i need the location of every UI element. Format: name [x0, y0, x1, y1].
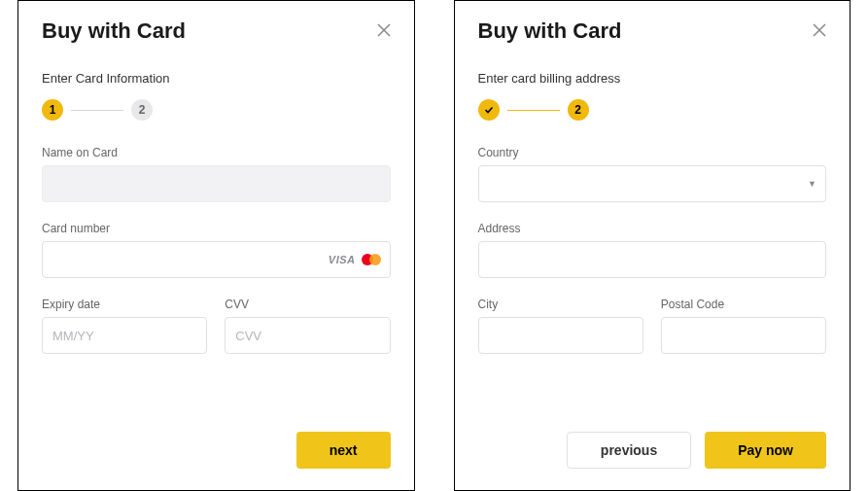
close-icon[interactable] [377, 23, 391, 40]
progress-stepper: 1 2 [42, 99, 391, 121]
cvv-input[interactable] [225, 317, 390, 354]
expiry-field: Expiry date [42, 298, 207, 354]
footer-actions: next [42, 432, 391, 469]
pay-now-button[interactable]: Pay now [705, 432, 826, 469]
postal-label: Postal Code [661, 298, 826, 311]
section-subtitle: Enter card billing address [478, 71, 827, 86]
panel-header: Buy with Card [42, 18, 391, 44]
card-brand-icons: VISA [329, 254, 381, 265]
city-label: City [478, 298, 643, 311]
name-field: Name on Card [42, 146, 391, 202]
address-input[interactable] [478, 241, 827, 278]
cvv-field: CVV [225, 298, 390, 354]
panel-header: Buy with Card [478, 18, 827, 44]
previous-button[interactable]: previous [567, 432, 691, 469]
step-2-indicator: 2 [568, 99, 589, 121]
cardnumber-field: Card number VISA [42, 222, 391, 278]
next-button[interactable]: next [296, 432, 391, 469]
expiry-label: Expiry date [42, 298, 207, 311]
postal-input[interactable] [661, 317, 826, 354]
visa-icon: VISA [329, 254, 356, 265]
mastercard-icon [362, 254, 381, 265]
name-input[interactable] [42, 165, 391, 202]
country-field: Country ▼ [478, 146, 827, 202]
step-1-indicator-complete [478, 99, 500, 121]
step-2-indicator: 2 [131, 99, 153, 121]
name-label: Name on Card [42, 146, 391, 159]
step-connector [71, 110, 123, 111]
expiry-input[interactable] [42, 317, 207, 354]
address-field: Address [478, 222, 827, 278]
checkmark-icon [484, 105, 494, 115]
section-subtitle: Enter Card Information [42, 71, 391, 86]
step-connector [507, 110, 560, 111]
buy-card-panel-step2: Buy with Card Enter card billing address… [454, 0, 851, 491]
address-label: Address [478, 222, 827, 235]
city-field: City [478, 298, 643, 354]
cardnumber-label: Card number [42, 222, 391, 235]
panel-title: Buy with Card [42, 18, 186, 44]
step-1-indicator: 1 [42, 99, 63, 121]
country-label: Country [478, 146, 827, 159]
city-input[interactable] [478, 317, 643, 354]
close-icon[interactable] [813, 23, 826, 40]
buy-card-panel-step1: Buy with Card Enter Card Information 1 2… [17, 0, 415, 491]
progress-stepper: 2 [478, 99, 827, 121]
cvv-label: CVV [225, 298, 390, 311]
footer-actions: previous Pay now [478, 432, 827, 469]
country-select[interactable] [478, 165, 827, 202]
panel-title: Buy with Card [478, 18, 622, 44]
postal-field: Postal Code [661, 298, 826, 354]
